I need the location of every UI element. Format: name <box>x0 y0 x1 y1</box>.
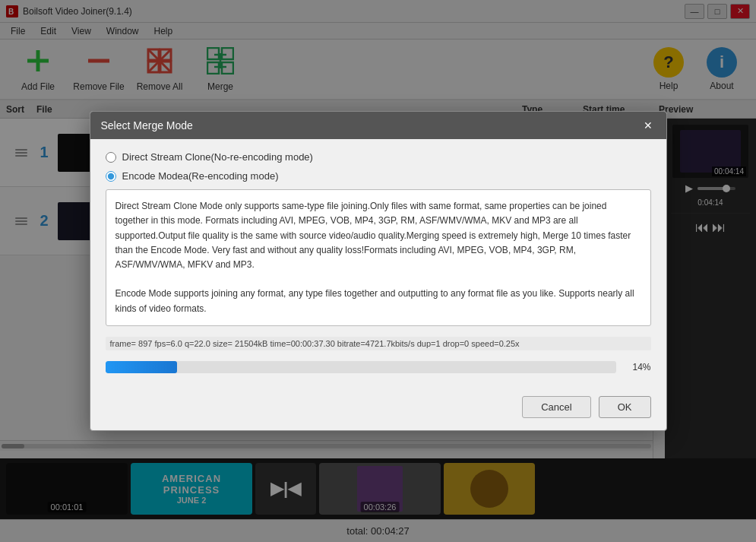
select-merge-mode-dialog: Select Merge Mode ✕ Direct Stream Clone(… <box>90 111 667 431</box>
desc-paragraph-2: Encode Mode supports joining any format,… <box>115 287 641 315</box>
radio-row-2: Encode Modea(Re-encoding mode) <box>106 170 651 182</box>
desc-paragraph-1: Direct Stream Clone Mode only supports s… <box>115 199 641 272</box>
dialog-body: Direct Stream Clone(No-re-encoding mode)… <box>90 139 666 388</box>
radio-direct-stream[interactable] <box>106 152 116 163</box>
radio-direct-stream-label: Direct Stream Clone(No-re-encoding mode) <box>122 151 313 163</box>
description-box: Direct Stream Clone Mode only supports s… <box>106 189 651 326</box>
dialog-overlay: Select Merge Mode ✕ Direct Stream Clone(… <box>0 0 756 542</box>
progress-row: 14% <box>106 361 651 373</box>
progress-bar-bg <box>106 361 616 373</box>
dialog-titlebar: Select Merge Mode ✕ <box>90 112 666 139</box>
radio-encode-mode-label: Encode Modea(Re-encoding mode) <box>122 170 279 182</box>
radio-row-1: Direct Stream Clone(No-re-encoding mode) <box>106 151 651 163</box>
dialog-footer: Cancel OK <box>90 388 666 430</box>
ok-button[interactable]: OK <box>599 396 651 418</box>
cancel-button[interactable]: Cancel <box>522 396 590 418</box>
radio-encode-mode[interactable] <box>106 171 116 182</box>
dialog-title: Select Merge Mode <box>101 119 193 132</box>
ffmpeg-status: frame= 897 fps=6.0 q=22.0 size= 21504kB … <box>106 337 651 350</box>
progress-label: 14% <box>624 362 651 372</box>
progress-bar-fill <box>106 361 177 373</box>
dialog-close-button[interactable]: ✕ <box>641 118 656 133</box>
